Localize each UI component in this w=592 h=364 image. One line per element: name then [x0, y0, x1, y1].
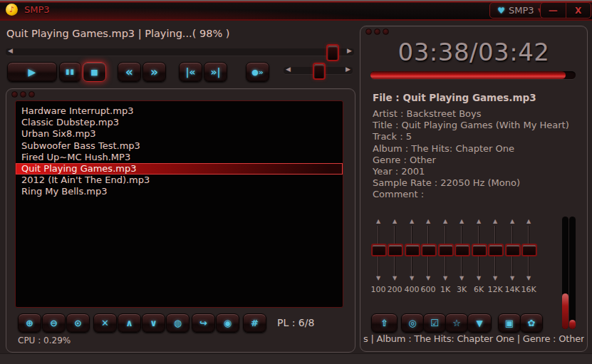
pause-button[interactable]: ▮▮ — [59, 62, 81, 82]
playlist-item[interactable]: Ring My Bells.mp3 — [16, 186, 343, 197]
playlist[interactable]: Hardware Interrupt.mp3 Classic Dubstep.m… — [15, 100, 343, 308]
previous-track-icon: |« — [185, 67, 195, 77]
eq-down-arrow-icon[interactable]: ▼ — [453, 275, 470, 281]
eq-slider-thumb[interactable] — [405, 244, 420, 256]
remove-file-button[interactable]: ⊖ — [42, 313, 66, 333]
fast-forward-button[interactable]: » — [142, 62, 166, 82]
fast-forward-icon: » — [150, 66, 158, 78]
eq-slider-thumb[interactable] — [438, 244, 454, 256]
skin-menu-icon: ♥ — [497, 6, 505, 16]
eq-up-arrow-icon[interactable]: ▲ — [370, 218, 387, 224]
chevron-down-icon: ∨ — [150, 318, 157, 328]
move-down-button[interactable]: ∨ — [142, 313, 165, 333]
playlist-item[interactable]: Fired Up~MC Hush.MP3 — [16, 152, 343, 163]
playlist-item[interactable]: 2012 (It Ain't The End).mp3 — [16, 175, 343, 186]
eq-up-arrow-icon[interactable]: ▲ — [403, 218, 420, 224]
plugin-button[interactable]: ✿ — [520, 313, 543, 333]
window-controls: — X — [540, 2, 591, 19]
eq-down-arrow-icon[interactable]: ▼ — [487, 275, 504, 281]
eq-down-arrow-icon[interactable]: ▼ — [420, 275, 437, 281]
eq-down-arrow-icon[interactable]: ▼ — [403, 275, 420, 281]
seek-slider[interactable]: ◀ ▶ — [6, 44, 354, 60]
eq-up-arrow-icon[interactable]: ▲ — [504, 218, 521, 224]
checklist-button[interactable]: ☑ — [423, 313, 446, 333]
info-comment: Comment : — [373, 189, 569, 200]
star-icon: ☆ — [452, 318, 461, 328]
favorite-button[interactable]: ☆ — [445, 313, 468, 333]
eject-button[interactable]: ⊙ — [66, 313, 90, 333]
seek-thumb[interactable] — [326, 44, 339, 61]
dropdown-button[interactable]: ▼ — [467, 313, 492, 333]
eq-down-arrow-icon[interactable]: ▼ — [504, 275, 521, 281]
grid-button[interactable]: # — [243, 313, 266, 333]
skin-menu-label: SMP3 — [509, 5, 534, 16]
eq-band-600: ▲ ▼ 600 — [420, 217, 437, 322]
track-progress-bar[interactable] — [370, 71, 576, 79]
eq-down-arrow-icon[interactable]: ▼ — [470, 275, 487, 281]
info-marquee: s | Album : The Hits: Chapter One | Genr… — [363, 333, 584, 346]
eq-slider-thumb[interactable] — [388, 244, 403, 256]
minimize-button[interactable]: — — [541, 3, 566, 18]
eq-slider-thumb[interactable] — [505, 244, 521, 256]
eq-slider-thumb[interactable] — [421, 244, 437, 256]
eq-down-arrow-icon[interactable]: ▼ — [370, 275, 387, 281]
rewind-button[interactable]: « — [118, 62, 141, 82]
eq-up-arrow-icon[interactable]: ▲ — [487, 218, 504, 224]
volume-right-arrow-icon[interactable]: ▶ — [346, 66, 350, 73]
info-album: Album : The Hits: Chapter One — [373, 143, 569, 155]
eq-band-200: ▲ ▼ 200 — [386, 217, 403, 322]
move-up-button[interactable]: ∧ — [118, 313, 141, 333]
time-display: 03:38/03:42 — [360, 38, 587, 66]
playlist-item[interactable]: Hardware Interrupt.mp3 — [16, 105, 343, 117]
close-button[interactable]: X — [566, 3, 591, 18]
playlist-item[interactable]: Classic Dubstep.mp3 — [16, 117, 343, 128]
eq-down-arrow-icon[interactable]: ▼ — [386, 275, 403, 281]
settings-button[interactable]: ◉ — [216, 313, 239, 333]
clear-playlist-button[interactable]: ✕ — [93, 313, 117, 333]
eq-up-arrow-icon[interactable]: ▲ — [520, 218, 537, 224]
playlist-item[interactable]: Subwoofer Bass Test.mp3 — [16, 140, 343, 152]
seek-right-arrow-icon[interactable]: ▶ — [347, 47, 352, 54]
upload-button[interactable]: ⇧ — [371, 313, 398, 333]
undo-button[interactable]: ↪ — [192, 313, 215, 333]
volume-left-arrow-icon[interactable]: ◀ — [286, 66, 291, 73]
vu-fill — [562, 293, 568, 329]
preview-button[interactable]: ▣ — [498, 313, 521, 333]
eq-slider-thumb[interactable] — [455, 244, 470, 256]
seek-track[interactable] — [6, 48, 354, 56]
playlist-item[interactable]: Urban Six8.mp3 — [16, 128, 343, 140]
target-button[interactable]: ◎ — [401, 313, 424, 333]
play-button[interactable]: ▶ — [7, 62, 57, 82]
eq-up-arrow-icon[interactable]: ▲ — [470, 218, 487, 224]
file-name-line: File : Quit Playing Games.mp3 — [373, 92, 536, 103]
seek-left-arrow-icon[interactable]: ◀ — [8, 47, 13, 54]
eq-slider-thumb[interactable] — [521, 244, 537, 256]
eq-up-arrow-icon[interactable]: ▲ — [437, 218, 454, 224]
next-track-button[interactable]: »| — [204, 62, 227, 82]
vu-fill — [569, 320, 576, 329]
add-file-button[interactable]: ⊕ — [18, 313, 41, 333]
checkbox-icon: ☑ — [430, 318, 439, 328]
playlist-item-selected[interactable]: Quit Playing Games.mp3 — [16, 163, 343, 175]
panel-ornament-dots — [11, 91, 35, 98]
previous-track-button[interactable]: |« — [179, 62, 202, 82]
volume-slider[interactable]: ◀ ▶ — [284, 63, 353, 78]
open-file-button[interactable]: ●» — [246, 62, 269, 82]
eq-slider-thumb[interactable] — [472, 244, 487, 256]
stop-button[interactable]: ■ — [83, 62, 106, 82]
eq-down-arrow-icon[interactable]: ▼ — [437, 275, 454, 281]
eq-up-arrow-icon[interactable]: ▲ — [386, 218, 403, 224]
next-track-icon: »| — [210, 67, 220, 77]
rewind-icon: « — [125, 66, 133, 78]
eq-slider-thumb[interactable] — [488, 244, 504, 256]
web-button[interactable]: ◍ — [166, 313, 189, 333]
eq-down-arrow-icon[interactable]: ▼ — [520, 275, 537, 281]
eq-slider-thumb[interactable] — [371, 244, 387, 256]
vu-meter-right — [569, 217, 576, 329]
eq-up-arrow-icon[interactable]: ▲ — [453, 218, 470, 224]
curved-arrow-icon: ↪ — [199, 318, 207, 328]
grid-hash-icon: # — [251, 318, 259, 328]
app-music-note-icon: ♪ — [6, 4, 18, 16]
volume-thumb[interactable] — [313, 63, 326, 80]
eq-up-arrow-icon[interactable]: ▲ — [420, 218, 437, 224]
